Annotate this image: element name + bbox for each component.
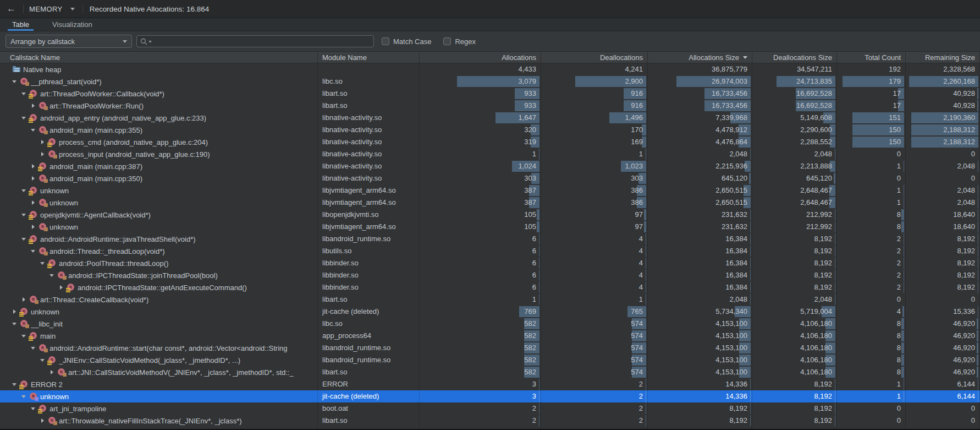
- table-row[interactable]: android_app_entry (android_native_app_gl…: [0, 112, 980, 124]
- column-header-deallocations-size[interactable]: Deallocations Size: [752, 52, 837, 63]
- search-options-caret-icon[interactable]: [148, 41, 152, 45]
- table-row[interactable]: __libc_initlibc.so5825744,153,1004,106,1…: [0, 318, 980, 330]
- table-row[interactable]: art::ThreadPoolWorker::Run()libart.so933…: [0, 100, 980, 112]
- table-body: Native heap4,4334,24136,875,77934,547,21…: [0, 63, 980, 430]
- table-row[interactable]: unknownlibjvmtiagent_arm64.so3873862,650…: [0, 184, 980, 197]
- table-row[interactable]: android::AndroidRuntime::javaThreadShell…: [0, 233, 980, 245]
- collapse-arrow-icon[interactable]: [12, 378, 20, 390]
- histogram-bar: [901, 355, 904, 366]
- column-header-module-name[interactable]: Module Name: [318, 52, 420, 63]
- expand-arrow-icon[interactable]: [40, 148, 48, 160]
- table-row[interactable]: art::ThreadPoolWorker::Callback(void*)li…: [0, 88, 980, 100]
- table-row[interactable]: android::IPCThreadState::getAndExecuteCo…: [0, 281, 980, 293]
- collapse-arrow-icon[interactable]: [21, 184, 29, 197]
- cell-value: 2,048: [957, 160, 975, 172]
- expand-arrow-icon[interactable]: [59, 281, 67, 293]
- table-row[interactable]: android::Thread::_threadLoop(void*)libut…: [0, 245, 980, 257]
- table-row[interactable]: android_main (main.cpp:350)libnative-act…: [0, 172, 980, 184]
- collapse-arrow-icon[interactable]: [12, 75, 20, 88]
- collapse-arrow-icon[interactable]: [31, 245, 38, 257]
- column-header-remaining-size[interactable]: Remaining Size: [906, 52, 980, 63]
- memory-stage-dropdown[interactable]: MEMORY: [29, 5, 63, 13]
- expand-arrow-icon[interactable]: [49, 366, 57, 378]
- module-name-cell: libnative-activity.so: [318, 112, 420, 124]
- expand-arrow-icon[interactable]: [40, 136, 48, 148]
- alloc-cell: 6: [420, 269, 541, 281]
- arrange-by-dropdown[interactable]: Arrange by callstack: [5, 35, 132, 48]
- collapse-arrow-icon[interactable]: [21, 209, 29, 221]
- chevron-down-icon[interactable]: [70, 8, 75, 13]
- table-row[interactable]: art_jni_trampolineboot.oat228,1928,19200: [0, 402, 980, 415]
- expand-arrow-icon[interactable]: [31, 100, 38, 112]
- histogram-bar: [978, 282, 978, 293]
- callstack-cell: _JNIEnv::CallStaticVoidMethod(_jclass*, …: [0, 354, 318, 366]
- table-row[interactable]: _JNIEnv::CallStaticVoidMethod(_jclass*, …: [0, 354, 980, 366]
- expand-arrow-icon[interactable]: [31, 221, 38, 233]
- match-case-checkbox[interactable]: [382, 37, 389, 45]
- table-row[interactable]: android::PoolThread::threadLoop()libbind…: [0, 257, 980, 269]
- table-row[interactable]: art::JNI::CallStaticVoidMethodV(_JNIEnv*…: [0, 366, 980, 378]
- collapse-arrow-icon[interactable]: [31, 402, 38, 415]
- cell-value: 15,336: [953, 306, 975, 318]
- collapse-arrow-icon[interactable]: [21, 112, 29, 124]
- expand-arrow-icon[interactable]: [21, 293, 29, 306]
- collapse-arrow-icon[interactable]: [12, 318, 20, 330]
- table-row[interactable]: openjdkjvmti::AgentCallback(void*)libope…: [0, 209, 980, 221]
- column-header-allocations-size[interactable]: Allocations Size: [648, 52, 752, 63]
- table-row[interactable]: android::AndroidRuntime::start(char cons…: [0, 342, 980, 354]
- column-header-callstack-name[interactable]: Callstack Name: [0, 52, 318, 63]
- collapse-arrow-icon[interactable]: [21, 88, 29, 100]
- column-header-label: Allocations: [502, 53, 536, 62]
- collapse-arrow-icon[interactable]: [40, 354, 48, 366]
- table-row[interactable]: process_cmd (android_native_app_glue.c:2…: [0, 136, 980, 148]
- cell-value: 574: [631, 318, 643, 330]
- expand-arrow-icon[interactable]: [31, 160, 38, 172]
- column-header-deallocations[interactable]: Deallocations: [541, 52, 648, 63]
- histogram-bar: [646, 282, 646, 293]
- collapse-arrow-icon[interactable]: [49, 269, 57, 281]
- alloc-cell: 769: [420, 306, 541, 318]
- column-header-total-count[interactable]: Total Count: [837, 52, 906, 63]
- histogram-bar: [977, 355, 978, 366]
- table-row[interactable]: __pthread_start(void*)libc.so3,0792,9002…: [0, 75, 980, 88]
- cell-value: 212,992: [806, 221, 832, 233]
- cell-value: 18,640: [953, 209, 975, 221]
- collapse-arrow-icon[interactable]: [31, 124, 38, 136]
- remaining-cell: 2,048: [906, 160, 980, 172]
- expand-arrow-icon[interactable]: [12, 306, 20, 318]
- table-row[interactable]: unknownjit-cache (deleted)3214,3368,1921…: [0, 390, 980, 402]
- collapse-arrow-icon[interactable]: [40, 257, 48, 269]
- table-row[interactable]: unknownlibjvmtiagent_arm64.so10597231,63…: [0, 221, 980, 233]
- table-row[interactable]: process_input (android_native_app_glue.c…: [0, 148, 980, 160]
- tab-table[interactable]: Table: [10, 18, 31, 31]
- module-name-cell: libbinder.so: [318, 257, 420, 269]
- tab-visualization[interactable]: Visualization: [50, 18, 95, 31]
- collapse-arrow-icon[interactable]: [21, 233, 29, 245]
- table-row[interactable]: art::Thread::CreateCallback(void*)libart…: [0, 293, 980, 306]
- table-row[interactable]: mainapp_process645825744,153,1004,106,18…: [0, 330, 980, 342]
- cell-value: 2,190,360: [943, 112, 975, 124]
- collapse-arrow-icon[interactable]: [31, 342, 38, 354]
- table-row[interactable]: unknownlibjvmtiagent_arm64.so3873862,650…: [0, 197, 980, 209]
- table-row[interactable]: ERROR 2ERROR3214,3368,19216,144: [0, 378, 980, 390]
- table-row[interactable]: Native heap4,4334,24136,875,77934,547,21…: [0, 63, 980, 75]
- back-arrow-icon[interactable]: ←: [7, 3, 18, 14]
- table-row[interactable]: unknownjit-cache (deleted)7697655,734,34…: [0, 306, 980, 318]
- expand-arrow-icon[interactable]: [31, 172, 38, 184]
- collapse-arrow-icon[interactable]: [21, 330, 29, 342]
- expand-arrow-icon[interactable]: [40, 415, 48, 427]
- table-row[interactable]: android::IPCThreadState::joinThreadPool(…: [0, 269, 980, 281]
- expand-arrow-icon[interactable]: [31, 197, 38, 209]
- cell-value: 46,920: [953, 366, 975, 378]
- table-row[interactable]: android_main (main.cpp:355)libnative-act…: [0, 124, 980, 136]
- cell-value: 8: [897, 221, 901, 233]
- column-header-allocations[interactable]: Allocations: [420, 52, 541, 63]
- search-field[interactable]: [136, 35, 374, 47]
- search-input[interactable]: [155, 37, 370, 46]
- table-row[interactable]: android_main (main.cpp:387)libnative-act…: [0, 160, 980, 172]
- regex-checkbox[interactable]: [443, 37, 451, 45]
- table-row[interactable]: art::Throwable_nativeFillInStackTrace(_J…: [0, 415, 980, 427]
- total-count-cell: 0: [837, 415, 906, 427]
- collapse-arrow-icon[interactable]: [21, 390, 29, 402]
- cell-value: 387: [524, 184, 536, 197]
